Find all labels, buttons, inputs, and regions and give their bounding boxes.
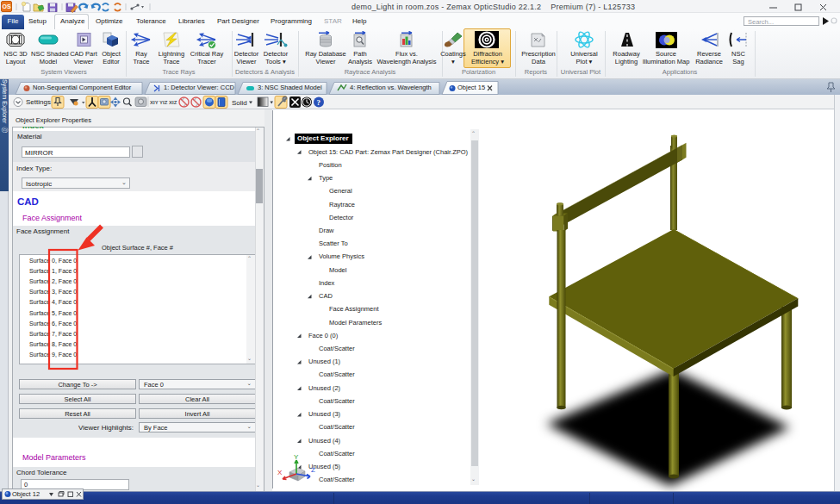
svg-text:?: ? (317, 98, 321, 107)
svg-text:Y: Y (294, 453, 299, 461)
svg-text:Z: Z (311, 466, 315, 474)
svg-text:XIY YIZ XIZ: XIY YIZ XIZ (150, 100, 177, 105)
svg-text:X: X (277, 469, 283, 476)
svg-text:Solid: Solid (232, 99, 247, 107)
